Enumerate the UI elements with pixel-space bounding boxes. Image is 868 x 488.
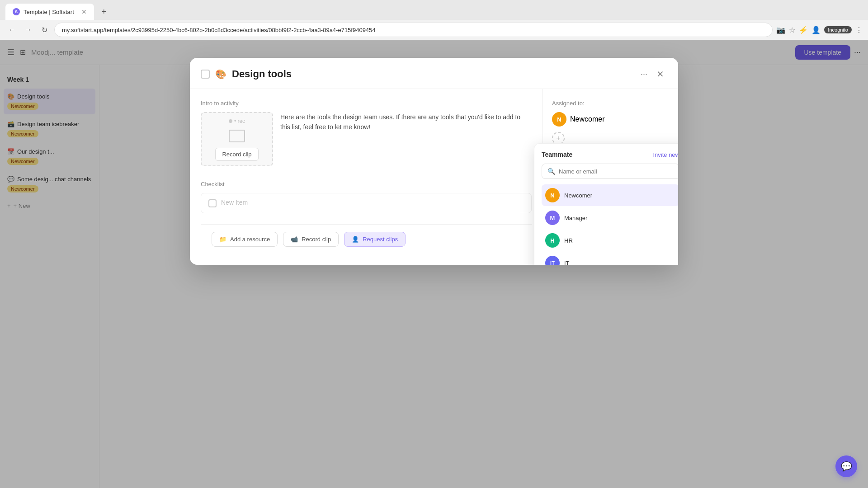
forward-button[interactable]: →: [22, 23, 34, 36]
add-resource-label: Add a resource: [230, 236, 270, 243]
modal-checkbox[interactable]: [201, 70, 210, 79]
teammate-search-box[interactable]: 🔍: [542, 164, 678, 179]
modal-header: 🎨 Design tools ··· ✕: [190, 58, 678, 89]
search-icon: 🔍: [547, 168, 555, 175]
address-input[interactable]: my.softstart.app/templates/2c93995d-2250…: [54, 23, 773, 37]
teammate-item-manager[interactable]: M Manager: [542, 207, 678, 229]
video-placeholder: • rec Record clip: [201, 112, 273, 166]
video-record-clip-button[interactable]: Record clip: [215, 148, 258, 161]
modal-body: Intro to activity • rec Record clip Here…: [190, 89, 678, 265]
newcomer-avatar: N: [545, 188, 560, 202]
modal-footer: 📁 Add a resource 📹 Record clip 👤 Request…: [201, 224, 532, 254]
it-avatar: IT: [545, 256, 560, 265]
add-resource-button[interactable]: 📁 Add a resource: [212, 232, 278, 247]
modal-emoji: 🎨: [215, 69, 226, 80]
refresh-button[interactable]: ↻: [38, 23, 51, 36]
activity-modal: 🎨 Design tools ··· ✕ Intro to activity •…: [190, 58, 678, 265]
intro-area: • rec Record clip Here are the tools the…: [201, 112, 532, 166]
tab-close-button[interactable]: ✕: [81, 8, 87, 15]
star-icon[interactable]: ☆: [789, 26, 795, 34]
assignee-name: Newcomer: [570, 115, 604, 123]
teammate-search-input[interactable]: [559, 168, 674, 175]
browser-chrome: S Template | Softstart ✕ + ← → ↻ my.soft…: [0, 0, 868, 40]
active-tab[interactable]: S Template | Softstart ✕: [5, 4, 94, 20]
activity-text: Here are the tools the design team uses.…: [280, 112, 532, 166]
folder-icon: 📁: [219, 236, 226, 243]
profile-icon[interactable]: 👤: [811, 26, 821, 34]
back-button[interactable]: ←: [5, 23, 18, 36]
invite-new-button[interactable]: Invite new: [653, 151, 678, 158]
manager-name: Manager: [564, 215, 587, 221]
hr-name: HR: [564, 237, 573, 244]
tab-title: Template | Softstart: [24, 9, 74, 15]
manager-avatar: M: [545, 211, 560, 225]
new-tab-button[interactable]: +: [98, 5, 110, 18]
record-clip-label: Record clip: [302, 236, 331, 243]
camera-clip-icon: 📹: [291, 236, 298, 243]
hr-avatar: H: [545, 233, 560, 248]
modal-more-button[interactable]: ···: [641, 70, 647, 79]
dropdown-header: Teammate Invite new: [542, 151, 678, 158]
modal-close-button[interactable]: ✕: [653, 67, 667, 81]
checklist-item: New Item: [201, 193, 532, 213]
address-bar-row: ← → ↻ my.softstart.app/templates/2c93995…: [0, 20, 868, 40]
checklist-placeholder[interactable]: New Item: [221, 199, 248, 206]
extension-icon: ⚡: [799, 26, 808, 34]
menu-dots-icon[interactable]: ⋮: [855, 26, 863, 34]
tab-favicon: S: [13, 8, 20, 15]
assigned-to-label: Assigned to:: [552, 100, 669, 107]
newcomer-name: Newcomer: [564, 192, 592, 199]
modal-right-panel: Assigned to: N Newcomer + Teammate Invit…: [542, 89, 678, 265]
request-clips-label: Request clips: [363, 236, 398, 243]
teammate-item-newcomer[interactable]: N Newcomer: [542, 184, 678, 206]
assignee-avatar: N: [552, 112, 566, 127]
chat-notification-button[interactable]: 💬: [835, 455, 857, 477]
tab-bar: S Template | Softstart ✕ +: [0, 0, 868, 20]
teammate-item-it[interactable]: IT IT: [542, 252, 678, 265]
person-clip-icon: 👤: [352, 236, 359, 243]
intro-section-label: Intro to activity: [201, 100, 532, 107]
it-name: IT: [564, 260, 570, 265]
modal-title: Design tools: [232, 68, 635, 80]
checklist-label: Checklist: [201, 181, 532, 188]
assignee-row: N Newcomer: [552, 112, 669, 127]
modal-overlay[interactable]: 🎨 Design tools ··· ✕ Intro to activity •…: [0, 40, 868, 488]
checklist-checkbox[interactable]: [208, 199, 217, 207]
checklist-section: Checklist New Item: [201, 181, 532, 213]
camera-icon: 📷: [776, 26, 785, 34]
teammate-list: N Newcomer M Manager H HR IT: [542, 184, 678, 265]
request-clips-button[interactable]: 👤 Request clips: [344, 232, 406, 247]
add-assignee-button[interactable]: +: [552, 132, 565, 145]
incognito-badge: Incognito: [824, 26, 852, 33]
modal-left: Intro to activity • rec Record clip Here…: [190, 89, 542, 265]
record-clip-button[interactable]: 📹 Record clip: [283, 232, 339, 247]
teammate-dropdown: Teammate Invite new 🔍 N Newcomer M: [534, 143, 678, 265]
dropdown-title: Teammate: [542, 151, 572, 158]
teammate-item-hr[interactable]: H HR: [542, 230, 678, 251]
browser-actions: 📷 ☆ ⚡ 👤 Incognito ⋮: [776, 26, 863, 34]
